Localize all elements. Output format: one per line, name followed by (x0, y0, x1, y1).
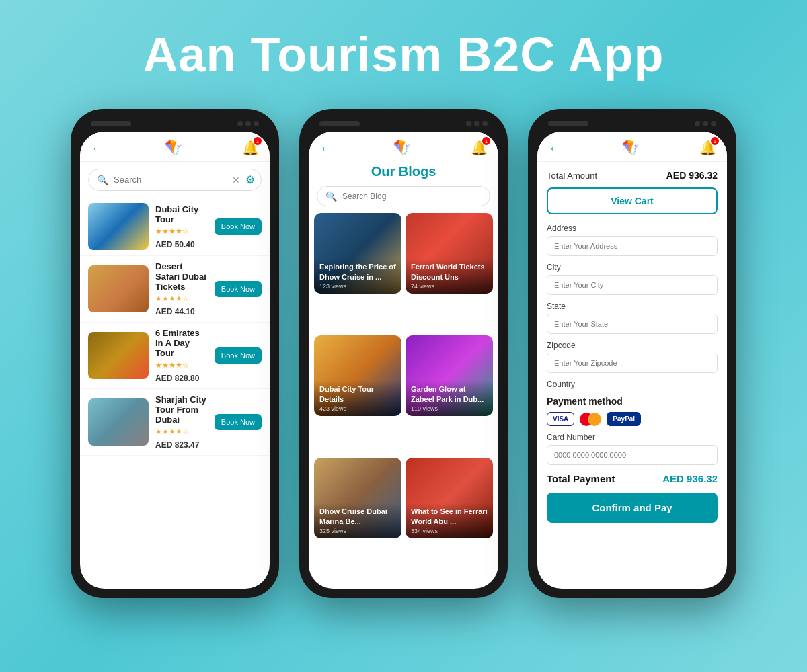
book-button-1[interactable]: Book Now (215, 281, 262, 297)
blog-search-icon: 🔍 (325, 191, 337, 202)
blog-title-3: Garden Glow at Zabeel Park in Dub... (411, 384, 488, 404)
blog-card[interactable]: Dubai City Tour Details 423 views (314, 335, 401, 416)
blog-overlay-1: Ferrari World Tickets Discount Uns 74 vi… (406, 258, 493, 294)
tour-name-1: Desert Safari Dubai Tickets (155, 261, 208, 292)
card-number-input[interactable] (547, 445, 718, 465)
tour-price-3: AED 823.47 (155, 440, 208, 450)
phone-2: ← 🪁 🔔 1 Our Blogs 🔍 Exploring the Price … (299, 109, 508, 598)
tour-stars-1: ★★★★☆ (155, 294, 208, 303)
blog-card[interactable]: Garden Glow at Zabeel Park in Dub... 110… (406, 335, 493, 416)
book-button-3[interactable]: Book Now (215, 414, 262, 430)
book-button-2[interactable]: Book Now (215, 347, 262, 364)
camera-dot-5 (474, 121, 479, 126)
filter-icon-1[interactable]: ⚙ (245, 173, 255, 186)
tour-name-3: Sharjah City Tour From Dubai (155, 394, 208, 425)
blog-overlay-2: Dubai City Tour Details 423 views (314, 380, 401, 416)
address-group: Address (547, 224, 718, 256)
phones-container: ← 🪁 🔔 1 🔍 ✕ ⚙ Dubai Ci (71, 109, 736, 598)
blog-card[interactable]: What to See in Ferrari World Abu ... 334… (406, 458, 493, 538)
phone-3-notch (537, 118, 727, 132)
search-input-1[interactable] (114, 175, 227, 185)
blog-overlay-3: Garden Glow at Zabeel Park in Dub... 110… (406, 380, 493, 416)
blog-card[interactable]: Dhow Cruise Dubai Marina Be... 325 views (314, 458, 401, 538)
tour-item: 6 Emirates in A Day Tour ★★★★☆ AED 828.8… (80, 323, 270, 389)
camera-dot-3 (254, 121, 259, 126)
blog-overlay-4: Dhow Cruise Dubai Marina Be... 325 views (314, 503, 401, 538)
total-payment-label: Total Payment (547, 473, 615, 485)
back-arrow-2[interactable]: ← (319, 140, 333, 156)
speaker-3 (548, 121, 588, 126)
search-icon-1: 🔍 (97, 175, 108, 185)
tour-price-2: AED 828.80 (155, 374, 208, 383)
camera-group-3 (695, 121, 716, 126)
blog-grid: Exploring the Price of Dhow Cruise in ..… (309, 213, 498, 576)
blog-card[interactable]: Ferrari World Tickets Discount Uns 74 vi… (406, 213, 493, 294)
tour-thumb-0 (88, 203, 149, 250)
tour-info-1: Desert Safari Dubai Tickets ★★★★☆ AED 44… (155, 261, 208, 317)
blog-search-input[interactable] (342, 192, 482, 201)
phone-2-notch (309, 118, 498, 132)
zipcode-label: Zipcode (547, 341, 718, 350)
blog-overlay-0: Exploring the Price of Dhow Cruise in ..… (314, 258, 401, 294)
camera-group-2 (466, 121, 488, 126)
card-number-group: Card Number (547, 433, 718, 465)
book-button-0[interactable]: Book Now (215, 218, 262, 235)
blog-search-bar: 🔍 (317, 186, 490, 206)
camera-dot-1 (237, 121, 243, 126)
total-amount-row: Total Amount AED 936.32 (547, 170, 718, 181)
camera-dot-2 (245, 121, 251, 126)
blog-title-5: What to See in Ferrari World Abu ... (411, 507, 488, 526)
zipcode-input[interactable] (547, 353, 718, 373)
phone-3: ← 🪁 🔔 1 Total Amount AED 936.32 View Car… (528, 109, 736, 598)
blogs-title: Our Blogs (309, 161, 498, 186)
blogs-title-plain: Our (371, 164, 399, 179)
phone-2-screen: ← 🪁 🔔 1 Our Blogs 🔍 Exploring the Price … (309, 132, 498, 589)
checkout-header: ← 🪁 🔔 1 (537, 132, 727, 162)
phone-1-screen: ← 🪁 🔔 1 🔍 ✕ ⚙ Dubai Ci (80, 132, 270, 589)
cart-badge-3: 1 (711, 137, 719, 145)
cart-icon-2[interactable]: 🔔 1 (471, 140, 488, 156)
back-arrow-1[interactable]: ← (91, 140, 104, 156)
blog-views-3: 110 views (411, 405, 488, 412)
back-arrow-3[interactable]: ← (548, 140, 562, 156)
cart-icon-3[interactable]: 🔔 1 (699, 140, 716, 156)
mc-orange (588, 413, 601, 426)
payment-method-group: Payment method VISA PayPal (547, 396, 718, 426)
page-title: Aan Tourism B2C App (143, 27, 664, 82)
city-group: City (547, 263, 718, 295)
city-input[interactable] (547, 275, 718, 295)
state-input[interactable] (547, 314, 718, 334)
blog-title-2: Dubai City Tour Details (319, 384, 396, 404)
visa-badge[interactable]: VISA (547, 412, 574, 426)
tour-thumb-3 (88, 398, 149, 446)
tour-stars-0: ★★★★☆ (155, 227, 208, 236)
mastercard-badge[interactable] (580, 412, 601, 426)
blog-overlay-5: What to See in Ferrari World Abu ... 334… (406, 503, 493, 538)
state-group: State (547, 302, 718, 334)
cart-icon-1[interactable]: 🔔 1 (242, 140, 259, 156)
camera-dot-8 (703, 121, 708, 126)
tour-item: Dubai City Tour ★★★★☆ AED 50.40 Book Now (80, 198, 270, 256)
blog-title-1: Ferrari World Tickets Discount Uns (411, 262, 488, 282)
clear-icon-1[interactable]: ✕ (232, 175, 240, 185)
view-cart-button[interactable]: View Cart (547, 187, 718, 214)
phone-1-notch (80, 118, 270, 132)
tour-thumb-1 (88, 265, 149, 312)
blog-card[interactable]: Exploring the Price of Dhow Cruise in ..… (314, 213, 401, 294)
paypal-badge[interactable]: PayPal (607, 412, 641, 426)
country-label: Country (547, 380, 718, 389)
phone-3-screen: ← 🪁 🔔 1 Total Amount AED 936.32 View Car… (537, 132, 727, 589)
camera-dot-7 (695, 121, 700, 126)
total-payment-amount: AED 936.32 (662, 473, 718, 485)
blogs-title-colored: Blogs (399, 164, 436, 179)
phone-1: ← 🪁 🔔 1 🔍 ✕ ⚙ Dubai Ci (71, 109, 279, 598)
confirm-pay-button[interactable]: Confirm and Pay (547, 493, 718, 523)
blog-title-4: Dhow Cruise Dubai Marina Be... (319, 507, 396, 526)
tour-item: Desert Safari Dubai Tickets ★★★★☆ AED 44… (80, 256, 270, 323)
app-logo-1: 🪁 (164, 140, 182, 155)
checkout-body: Total Amount AED 936.32 View Cart Addres… (537, 162, 727, 581)
address-input[interactable] (547, 236, 718, 256)
blog-views-0: 123 views (319, 283, 396, 290)
address-label: Address (547, 224, 718, 233)
tour-info-2: 6 Emirates in A Day Tour ★★★★☆ AED 828.8… (155, 328, 208, 383)
